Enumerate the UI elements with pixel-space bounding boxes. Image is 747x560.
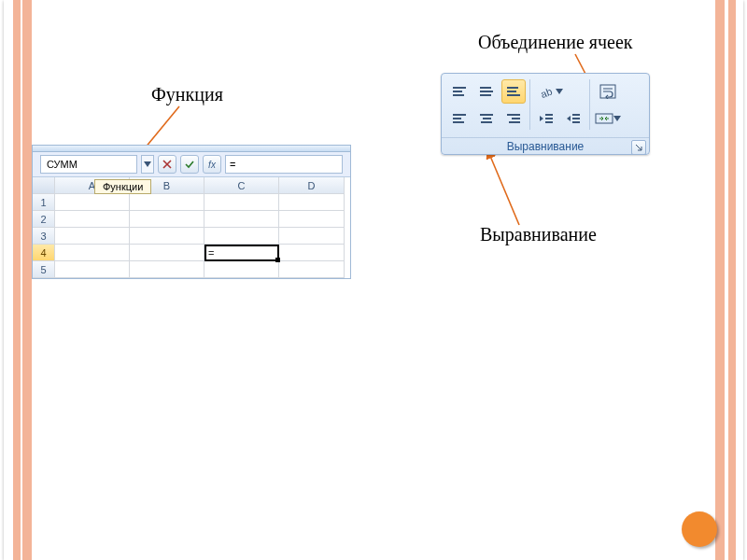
orient-indent-column: ab <box>534 79 585 135</box>
align-middle-icon <box>480 87 493 96</box>
col-header[interactable]: D <box>279 177 345 194</box>
increase-indent-button[interactable] <box>561 106 585 131</box>
decrease-indent-icon <box>539 112 554 125</box>
align-left-icon <box>453 114 466 123</box>
orientation-button[interactable]: ab <box>534 79 568 104</box>
svg-rect-7 <box>572 114 580 116</box>
decor-stripe <box>13 0 21 560</box>
wrap-text-icon <box>599 84 616 99</box>
cell[interactable] <box>204 228 279 245</box>
page-number-circle <box>682 511 717 547</box>
align-top-icon <box>453 87 466 96</box>
increase-indent-icon <box>566 112 581 125</box>
excel-titlebar <box>33 146 350 152</box>
cell[interactable] <box>55 211 130 228</box>
active-cell[interactable]: = <box>204 245 279 261</box>
cell[interactable] <box>130 211 204 228</box>
select-all-cell[interactable] <box>33 177 55 194</box>
ribbon-group-label: Выравнивание <box>507 140 585 153</box>
cell[interactable] <box>204 211 279 228</box>
cancel-formula-button[interactable] <box>158 155 176 174</box>
merge-center-button[interactable] <box>594 106 622 131</box>
name-box-dropdown[interactable] <box>141 155 154 174</box>
decor-stripe <box>22 0 32 560</box>
decor-stripe <box>715 0 725 560</box>
svg-rect-8 <box>572 118 580 119</box>
decor-stripe <box>728 0 736 560</box>
align-bottom-button[interactable] <box>501 79 526 104</box>
ribbon-body: ab <box>442 74 649 137</box>
functions-tooltip: Функции <box>94 179 151 194</box>
align-right-button[interactable] <box>501 106 526 131</box>
slide: Функция Объединение ячеек Выравнивание С… <box>4 0 743 560</box>
svg-rect-6 <box>545 121 553 123</box>
formula-bar-row: СУММ fx = <box>33 152 350 177</box>
svg-rect-4 <box>545 114 553 116</box>
cell[interactable] <box>130 261 204 278</box>
separator <box>529 79 530 130</box>
cell[interactable] <box>55 245 130 261</box>
cell[interactable] <box>55 228 130 245</box>
align-right-icon <box>507 114 520 123</box>
enter-formula-button[interactable] <box>180 155 199 174</box>
wrap-merge-column <box>594 79 622 135</box>
valign-column <box>447 79 526 135</box>
align-left-button[interactable] <box>447 106 472 131</box>
align-center-button[interactable] <box>474 106 499 131</box>
align-bottom-icon <box>507 87 520 96</box>
row-header[interactable]: 2 <box>33 211 55 228</box>
cell[interactable] <box>130 245 204 261</box>
cell[interactable] <box>55 194 130 211</box>
insert-function-button[interactable]: fx <box>203 155 221 174</box>
check-icon <box>185 160 194 169</box>
fx-icon: fx <box>208 160 216 170</box>
separator <box>589 79 590 130</box>
orientation-icon: ab <box>539 84 556 99</box>
name-box[interactable]: СУММ <box>40 155 137 174</box>
svg-rect-9 <box>572 121 580 123</box>
cell[interactable] <box>279 194 345 211</box>
cell[interactable] <box>55 261 130 278</box>
merge-cells-icon <box>595 111 613 126</box>
formula-bar-input[interactable]: = <box>225 155 343 174</box>
dialog-launcher-button[interactable] <box>631 140 646 155</box>
col-header[interactable]: C <box>204 177 279 194</box>
label-merge-cells: Объединение ячеек <box>478 32 633 53</box>
row-header-active[interactable]: 4 <box>33 245 55 261</box>
row-header[interactable]: 5 <box>33 261 55 278</box>
row-header[interactable]: 3 <box>33 228 55 245</box>
align-middle-button[interactable] <box>474 79 499 104</box>
label-alignment: Выравнивание <box>480 224 597 245</box>
decrease-indent-button[interactable] <box>534 106 558 131</box>
label-function: Функция <box>151 84 223 105</box>
cell[interactable] <box>279 261 345 278</box>
cell[interactable] <box>204 261 279 278</box>
svg-text:ab: ab <box>539 86 554 99</box>
cell[interactable] <box>279 245 345 261</box>
ribbon-alignment-group: ab <box>441 73 650 155</box>
worksheet-grid[interactable]: A B C D 1 2 3 4 = 5 <box>33 177 350 278</box>
svg-rect-11 <box>596 114 613 123</box>
cell[interactable] <box>204 194 279 211</box>
svg-rect-5 <box>545 118 553 119</box>
align-center-icon <box>480 114 493 123</box>
chevron-down-icon <box>556 89 563 94</box>
align-top-button[interactable] <box>447 79 472 104</box>
ribbon-group-title: Выравнивание <box>442 137 649 157</box>
cell[interactable] <box>130 228 204 245</box>
wrap-text-button[interactable] <box>594 79 622 104</box>
chevron-down-icon <box>613 116 621 121</box>
dialog-launcher-icon <box>635 144 642 151</box>
close-icon <box>162 160 172 169</box>
svg-line-2 <box>487 149 519 225</box>
row-header[interactable]: 1 <box>33 194 55 211</box>
chevron-down-icon <box>144 161 151 167</box>
excel-fragment: СУММ fx = Функции A B C D 1 2 <box>32 145 351 279</box>
cell[interactable] <box>279 228 345 245</box>
cell[interactable] <box>130 194 204 211</box>
cell[interactable] <box>279 211 345 228</box>
